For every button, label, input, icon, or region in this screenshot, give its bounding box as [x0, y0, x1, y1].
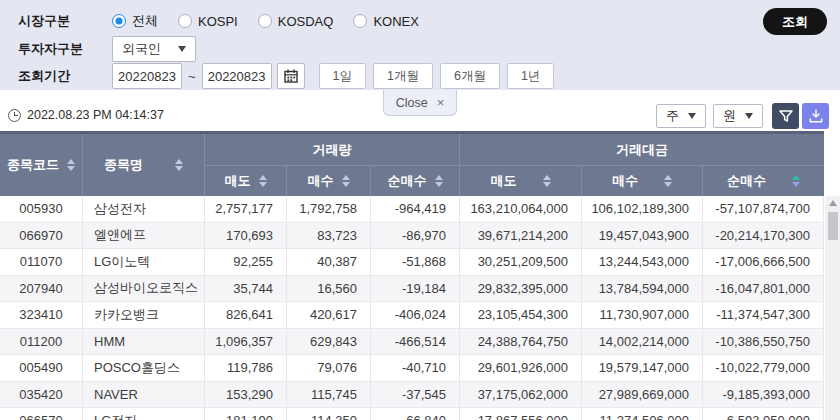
table-row[interactable]: 011200HMM1,096,357629,843-466,51424,388,… — [0, 329, 824, 356]
table-cell: 005490 — [0, 355, 83, 381]
table-cell: 17,867,556,000 — [460, 408, 582, 420]
unit-share-select[interactable]: 주 — [656, 104, 706, 128]
table-cell: 420,617 — [287, 302, 371, 328]
table-cell: 1,096,357 — [205, 329, 287, 355]
table-row[interactable]: 323410카카오뱅크826,641420,617-406,02423,105,… — [0, 302, 824, 329]
table-cell: 40,387 — [287, 249, 371, 275]
sort-icon — [664, 175, 672, 187]
close-icon[interactable]: × — [437, 95, 445, 110]
sort-icon — [175, 159, 183, 171]
table-row[interactable]: 207940삼성바이오로직스35,74416,560-19,18429,832,… — [0, 276, 824, 303]
table-row[interactable]: 035420NAVER153,290115,745-37,54537,175,0… — [0, 382, 824, 409]
radio-icon — [258, 14, 272, 28]
sort-icon — [543, 175, 551, 187]
group-header-volume: 거래량 — [205, 134, 460, 166]
col-header-stock-code[interactable]: 종목코드 — [0, 134, 83, 196]
search-button[interactable]: 조회 — [763, 8, 827, 35]
unit-currency-value: 원 — [723, 107, 736, 125]
quick-range-1month-button[interactable]: 1개월 — [373, 63, 433, 89]
table-cell: 11,730,907,000 — [582, 302, 703, 328]
close-tab[interactable]: Close × — [383, 90, 457, 116]
date-from-input[interactable]: 20220823 — [112, 63, 182, 89]
table-cell: -51,868 — [371, 249, 460, 275]
table-cell: 1,792,758 — [287, 196, 371, 222]
table-cell: 826,641 — [205, 302, 287, 328]
filter-icon — [778, 108, 794, 124]
table-row[interactable]: 011070LG이노텍92,25540,387-51,86830,251,209… — [0, 249, 824, 276]
table-cell: -9,185,393,000 — [703, 382, 824, 408]
table-cell: 37,175,062,000 — [460, 382, 582, 408]
quick-range-1day-button[interactable]: 1일 — [319, 63, 366, 89]
table-cell: 27,989,669,000 — [582, 382, 703, 408]
radio-label: KONEX — [373, 14, 419, 29]
col-header-net-volume[interactable]: 순매수 — [371, 166, 460, 196]
table-cell: 011070 — [0, 249, 83, 275]
filter-panel: 시장구분 전체 KOSPI KOSDAQ KONEX 투자자구분 외국인 조회기… — [0, 0, 840, 90]
download-button[interactable] — [802, 103, 829, 129]
col-header-stock-name[interactable]: 종목명 — [83, 134, 205, 196]
table-cell: -10,022,779,000 — [703, 355, 824, 381]
scroll-up-button[interactable] — [825, 196, 840, 210]
table-cell: 29,601,926,000 — [460, 355, 582, 381]
investor-select[interactable]: 외국인 — [112, 36, 196, 62]
table-cell: 카카오뱅크 — [83, 302, 205, 328]
col-header-buy-value[interactable]: 매수 — [582, 166, 703, 196]
table-cell: -19,184 — [371, 276, 460, 302]
table-cell: 92,255 — [205, 249, 287, 275]
table-cell: 39,671,214,200 — [460, 223, 582, 249]
radio-option-all[interactable]: 전체 — [112, 12, 158, 30]
col-header-sell-value[interactable]: 매도 — [460, 166, 582, 196]
sort-icon — [259, 175, 267, 187]
table-cell: 35,744 — [205, 276, 287, 302]
scrollbar-thumb[interactable] — [828, 212, 838, 240]
unit-currency-select[interactable]: 원 — [713, 104, 763, 128]
table-cell: 13,784,594,000 — [582, 276, 703, 302]
radio-icon — [178, 14, 192, 28]
quick-range-6month-button[interactable]: 6개월 — [440, 63, 500, 89]
date-to-input[interactable]: 20220823 — [202, 63, 272, 89]
sort-icon — [435, 175, 443, 187]
table-row[interactable]: 005490POSCO홀딩스119,78679,076-40,71029,601… — [0, 355, 824, 382]
filter-button[interactable] — [772, 103, 799, 129]
table-cell: -16,047,801,000 — [703, 276, 824, 302]
vertical-scrollbar[interactable] — [825, 196, 840, 420]
radio-label: 전체 — [132, 12, 158, 30]
table-cell: 16,560 — [287, 276, 371, 302]
table-cell: 181,190 — [205, 408, 287, 420]
col-header-net-value[interactable]: 순매수 — [703, 166, 824, 196]
col-header-sell-volume[interactable]: 매도 — [205, 166, 287, 196]
radio-selected-icon — [112, 14, 126, 28]
unit-share-value: 주 — [666, 107, 679, 125]
table-cell: 005930 — [0, 196, 83, 222]
table-cell: POSCO홀딩스 — [83, 355, 205, 381]
table-cell: 23,105,454,300 — [460, 302, 582, 328]
timestamp: 2022.08.23 PM 04:14:37 — [8, 108, 164, 122]
table-row[interactable]: 005930삼성전자2,757,1771,792,758-964,419163,… — [0, 196, 824, 223]
radio-icon — [353, 14, 367, 28]
radio-option-konex[interactable]: KONEX — [353, 14, 419, 29]
table-body: 005930삼성전자2,757,1771,792,758-964,419163,… — [0, 196, 824, 420]
table-cell: NAVER — [83, 382, 205, 408]
table-cell: HMM — [83, 329, 205, 355]
table-cell: -466,514 — [371, 329, 460, 355]
radio-option-kosdaq[interactable]: KOSDAQ — [258, 14, 334, 29]
quick-range-1year-button[interactable]: 1년 — [507, 63, 554, 89]
table-cell: 79,076 — [287, 355, 371, 381]
table-cell: 29,832,395,000 — [460, 276, 582, 302]
table-cell: 13,244,543,000 — [582, 249, 703, 275]
table-cell: 삼성전자 — [83, 196, 205, 222]
table-row[interactable]: 066570LG전자181,190114,350-66,84017,867,55… — [0, 408, 824, 420]
calendar-button[interactable] — [277, 63, 305, 89]
table-cell: 11,274,506,000 — [582, 408, 703, 420]
table-row[interactable]: 066970엘앤에프170,69383,723-86,97039,671,214… — [0, 223, 824, 250]
radio-option-kospi[interactable]: KOSPI — [178, 14, 238, 29]
market-filter-row: 시장구분 전체 KOSPI KOSDAQ KONEX — [18, 9, 439, 33]
investor-filter-row: 투자자구분 외국인 — [18, 36, 196, 62]
table-cell: 115,745 — [287, 382, 371, 408]
table-cell: 170,693 — [205, 223, 287, 249]
table-cell: 19,579,147,000 — [582, 355, 703, 381]
col-header-buy-volume[interactable]: 매수 — [287, 166, 371, 196]
table-cell: -66,840 — [371, 408, 460, 420]
group-header-value: 거래대금 — [460, 134, 824, 166]
table-cell: -57,107,874,700 — [703, 196, 824, 222]
